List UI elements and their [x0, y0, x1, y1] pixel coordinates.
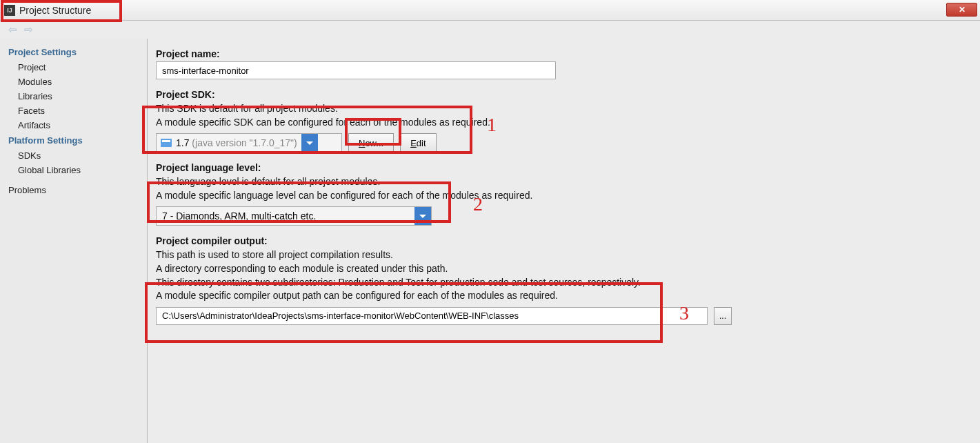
- output-desc-4: A module specific compiler output path c…: [156, 289, 980, 303]
- project-sdk-block: Project SDK: This SDK is default for all…: [156, 89, 980, 152]
- project-name-label: Project name:: [156, 48, 980, 59]
- lang-desc-2: A module specific language level can be …: [156, 189, 980, 203]
- compiler-output-input[interactable]: [156, 307, 708, 325]
- app-icon: IJ: [4, 5, 15, 16]
- sidebar-item-facets[interactable]: Facets: [0, 104, 147, 118]
- output-desc-1: This path is used to store all project c…: [156, 248, 980, 262]
- sdk-desc-2: A module specific SDK can be configured …: [156, 116, 980, 130]
- titlebar: IJ Project Structure ✕: [0, 0, 980, 21]
- close-icon: ✕: [959, 5, 966, 14]
- language-level-block: Project language level: This language le…: [156, 162, 980, 226]
- project-sdk-label: Project SDK:: [156, 89, 980, 100]
- project-name-input[interactable]: [156, 61, 556, 79]
- chevron-down-icon: [301, 134, 318, 152]
- sidebar-item-problems[interactable]: Problems: [0, 183, 147, 197]
- sidebar-item-project[interactable]: Project: [0, 60, 147, 75]
- sidebar-item-libraries[interactable]: Libraries: [0, 89, 147, 104]
- close-button[interactable]: ✕: [946, 3, 977, 17]
- compiler-output-label: Project compiler output:: [156, 235, 980, 246]
- language-level-text: 7 - Diamonds, ARM, multi-catch etc.: [157, 210, 414, 222]
- language-level-combo[interactable]: 7 - Diamonds, ARM, multi-catch etc.: [156, 206, 432, 226]
- sidebar-item-global-libraries[interactable]: Global Libraries: [0, 163, 147, 177]
- sdk-combo[interactable]: 1.7 (java version "1.7.0_17"): [156, 133, 342, 152]
- nav-toolbar: ⇦ ⇨: [0, 21, 980, 39]
- sidebar-heading-project-settings: Project Settings: [0, 44, 147, 60]
- sidebar-item-sdks[interactable]: SDKs: [0, 148, 147, 163]
- edit-sdk-button[interactable]: Edit: [400, 133, 436, 152]
- folder-icon: [161, 139, 172, 147]
- chevron-down-icon: [414, 207, 431, 225]
- sidebar: Project Settings Project Modules Librari…: [0, 39, 148, 443]
- output-desc-2: A directory corresponding to each module…: [156, 262, 980, 276]
- content-pane: Project name: Project SDK: This SDK is d…: [148, 39, 980, 443]
- lang-desc-1: This language level is default for all p…: [156, 175, 980, 189]
- output-desc-3: This directory contains two subdirectori…: [156, 276, 980, 290]
- sdk-version: 1.7: [176, 137, 189, 148]
- sdk-desc-1: This SDK is default for all project modu…: [156, 102, 980, 116]
- sidebar-item-artifacts[interactable]: Artifacts: [0, 118, 147, 132]
- forward-icon[interactable]: ⇨: [24, 23, 33, 36]
- sdk-subversion: (java version "1.7.0_17"): [189, 137, 297, 148]
- window-title: Project Structure: [19, 5, 91, 16]
- sidebar-item-modules[interactable]: Modules: [0, 75, 147, 89]
- new-sdk-button[interactable]: New...: [348, 133, 394, 152]
- language-level-label: Project language level:: [156, 162, 980, 173]
- sidebar-heading-platform-settings: Platform Settings: [0, 132, 147, 148]
- browse-button[interactable]: ...: [714, 307, 732, 325]
- project-name-block: Project name:: [156, 48, 980, 79]
- sdk-combo-text: 1.7 (java version "1.7.0_17"): [176, 137, 301, 148]
- back-icon[interactable]: ⇦: [8, 23, 17, 36]
- compiler-output-block: Project compiler output: This path is us…: [156, 235, 980, 324]
